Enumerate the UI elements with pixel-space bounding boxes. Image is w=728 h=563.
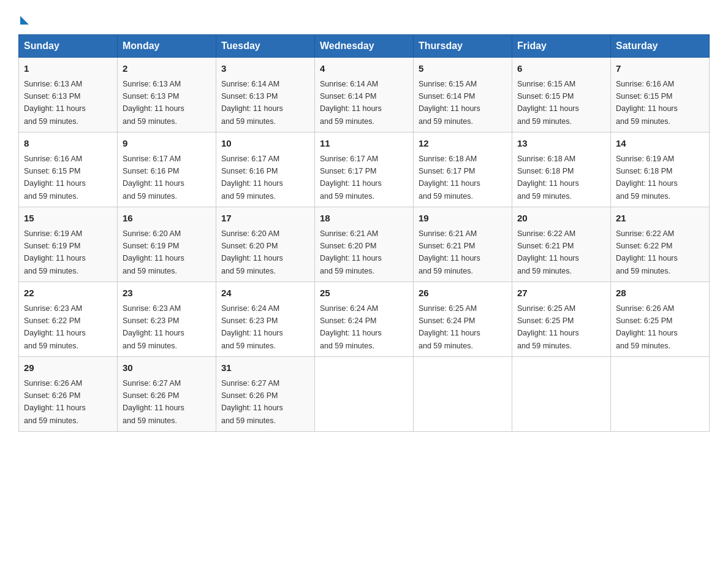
day-info: Sunrise: 6:17 AMSunset: 6:16 PMDaylight:… bbox=[221, 155, 283, 201]
logo bbox=[18, 12, 29, 23]
calendar-week-row: 15 Sunrise: 6:19 AMSunset: 6:19 PMDaylig… bbox=[19, 207, 710, 282]
day-info: Sunrise: 6:14 AMSunset: 6:14 PMDaylight:… bbox=[320, 80, 382, 126]
calendar-cell: 11 Sunrise: 6:17 AMSunset: 6:17 PMDaylig… bbox=[315, 132, 414, 207]
calendar-week-row: 22 Sunrise: 6:23 AMSunset: 6:22 PMDaylig… bbox=[19, 282, 710, 357]
day-info: Sunrise: 6:17 AMSunset: 6:16 PMDaylight:… bbox=[123, 155, 184, 201]
calendar-cell: 12 Sunrise: 6:18 AMSunset: 6:17 PMDaylig… bbox=[414, 132, 512, 207]
calendar-cell bbox=[611, 357, 710, 432]
day-info: Sunrise: 6:20 AMSunset: 6:20 PMDaylight:… bbox=[221, 229, 283, 275]
calendar-cell: 21 Sunrise: 6:22 AMSunset: 6:22 PMDaylig… bbox=[611, 207, 710, 282]
calendar-cell: 16 Sunrise: 6:20 AMSunset: 6:19 PMDaylig… bbox=[118, 207, 216, 282]
day-number: 6 bbox=[517, 62, 605, 76]
day-number: 29 bbox=[24, 361, 112, 375]
day-number: 30 bbox=[123, 361, 211, 375]
day-info: Sunrise: 6:23 AMSunset: 6:23 PMDaylight:… bbox=[123, 304, 184, 350]
day-info: Sunrise: 6:17 AMSunset: 6:17 PMDaylight:… bbox=[320, 155, 382, 201]
calendar-cell: 29 Sunrise: 6:26 AMSunset: 6:26 PMDaylig… bbox=[19, 357, 118, 432]
day-number: 28 bbox=[616, 286, 704, 301]
calendar-cell: 24 Sunrise: 6:24 AMSunset: 6:23 PMDaylig… bbox=[216, 282, 315, 357]
calendar-cell: 22 Sunrise: 6:23 AMSunset: 6:22 PMDaylig… bbox=[19, 282, 118, 357]
day-number: 14 bbox=[616, 137, 704, 151]
logo-triangle-icon bbox=[20, 16, 29, 25]
day-number: 17 bbox=[221, 212, 309, 226]
calendar-cell: 10 Sunrise: 6:17 AMSunset: 6:16 PMDaylig… bbox=[216, 132, 315, 207]
calendar-header-thursday: Thursday bbox=[414, 35, 512, 58]
day-number: 24 bbox=[221, 286, 309, 301]
day-info: Sunrise: 6:24 AMSunset: 6:23 PMDaylight:… bbox=[221, 304, 283, 350]
day-info: Sunrise: 6:16 AMSunset: 6:15 PMDaylight:… bbox=[616, 80, 678, 126]
calendar-header-saturday: Saturday bbox=[611, 35, 710, 58]
day-info: Sunrise: 6:18 AMSunset: 6:18 PMDaylight:… bbox=[517, 155, 579, 201]
day-number: 8 bbox=[24, 137, 112, 151]
calendar-header-monday: Monday bbox=[118, 35, 216, 58]
day-number: 21 bbox=[616, 212, 704, 226]
day-number: 26 bbox=[419, 286, 507, 301]
calendar-cell: 20 Sunrise: 6:22 AMSunset: 6:21 PMDaylig… bbox=[512, 207, 611, 282]
calendar-table: SundayMondayTuesdayWednesdayThursdayFrid… bbox=[18, 34, 710, 432]
day-number: 13 bbox=[517, 137, 605, 151]
calendar-header-tuesday: Tuesday bbox=[216, 35, 315, 58]
day-number: 2 bbox=[123, 62, 211, 76]
day-number: 23 bbox=[123, 286, 211, 301]
calendar-cell: 31 Sunrise: 6:27 AMSunset: 6:26 PMDaylig… bbox=[216, 357, 315, 432]
day-number: 9 bbox=[123, 137, 211, 151]
calendar-cell: 17 Sunrise: 6:20 AMSunset: 6:20 PMDaylig… bbox=[216, 207, 315, 282]
calendar-week-row: 1 Sunrise: 6:13 AMSunset: 6:13 PMDayligh… bbox=[19, 58, 710, 132]
day-info: Sunrise: 6:23 AMSunset: 6:22 PMDaylight:… bbox=[24, 304, 86, 350]
day-info: Sunrise: 6:16 AMSunset: 6:15 PMDaylight:… bbox=[24, 155, 86, 201]
day-info: Sunrise: 6:15 AMSunset: 6:15 PMDaylight:… bbox=[517, 80, 579, 126]
calendar-cell: 28 Sunrise: 6:26 AMSunset: 6:25 PMDaylig… bbox=[611, 282, 710, 357]
day-number: 19 bbox=[419, 212, 507, 226]
day-info: Sunrise: 6:13 AMSunset: 6:13 PMDaylight:… bbox=[123, 80, 184, 126]
calendar-cell: 2 Sunrise: 6:13 AMSunset: 6:13 PMDayligh… bbox=[118, 58, 216, 132]
day-number: 5 bbox=[419, 62, 507, 76]
day-number: 22 bbox=[24, 286, 112, 301]
calendar-cell: 4 Sunrise: 6:14 AMSunset: 6:14 PMDayligh… bbox=[315, 58, 414, 132]
day-info: Sunrise: 6:22 AMSunset: 6:21 PMDaylight:… bbox=[517, 229, 579, 275]
day-info: Sunrise: 6:13 AMSunset: 6:13 PMDaylight:… bbox=[24, 80, 86, 126]
calendar-header-row: SundayMondayTuesdayWednesdayThursdayFrid… bbox=[19, 35, 710, 58]
calendar-week-row: 8 Sunrise: 6:16 AMSunset: 6:15 PMDayligh… bbox=[19, 132, 710, 207]
day-info: Sunrise: 6:21 AMSunset: 6:21 PMDaylight:… bbox=[419, 229, 480, 275]
day-number: 20 bbox=[517, 212, 605, 226]
calendar-cell: 8 Sunrise: 6:16 AMSunset: 6:15 PMDayligh… bbox=[19, 132, 118, 207]
day-info: Sunrise: 6:24 AMSunset: 6:24 PMDaylight:… bbox=[320, 304, 382, 350]
calendar-cell: 15 Sunrise: 6:19 AMSunset: 6:19 PMDaylig… bbox=[19, 207, 118, 282]
day-info: Sunrise: 6:19 AMSunset: 6:18 PMDaylight:… bbox=[616, 155, 678, 201]
day-number: 7 bbox=[616, 62, 704, 76]
day-number: 10 bbox=[221, 137, 309, 151]
page-header bbox=[18, 12, 710, 23]
day-number: 15 bbox=[24, 212, 112, 226]
day-info: Sunrise: 6:26 AMSunset: 6:26 PMDaylight:… bbox=[24, 379, 86, 425]
calendar-header-sunday: Sunday bbox=[19, 35, 118, 58]
calendar-cell: 14 Sunrise: 6:19 AMSunset: 6:18 PMDaylig… bbox=[611, 132, 710, 207]
calendar-cell: 5 Sunrise: 6:15 AMSunset: 6:14 PMDayligh… bbox=[414, 58, 512, 132]
calendar-cell: 9 Sunrise: 6:17 AMSunset: 6:16 PMDayligh… bbox=[118, 132, 216, 207]
day-number: 1 bbox=[24, 62, 112, 76]
day-info: Sunrise: 6:25 AMSunset: 6:24 PMDaylight:… bbox=[419, 304, 480, 350]
day-info: Sunrise: 6:14 AMSunset: 6:13 PMDaylight:… bbox=[221, 80, 283, 126]
calendar-cell: 26 Sunrise: 6:25 AMSunset: 6:24 PMDaylig… bbox=[414, 282, 512, 357]
day-info: Sunrise: 6:20 AMSunset: 6:19 PMDaylight:… bbox=[123, 229, 184, 275]
calendar-cell: 3 Sunrise: 6:14 AMSunset: 6:13 PMDayligh… bbox=[216, 58, 315, 132]
calendar-cell: 30 Sunrise: 6:27 AMSunset: 6:26 PMDaylig… bbox=[118, 357, 216, 432]
day-info: Sunrise: 6:27 AMSunset: 6:26 PMDaylight:… bbox=[221, 379, 283, 425]
calendar-cell: 19 Sunrise: 6:21 AMSunset: 6:21 PMDaylig… bbox=[414, 207, 512, 282]
day-info: Sunrise: 6:18 AMSunset: 6:17 PMDaylight:… bbox=[419, 155, 480, 201]
calendar-cell: 27 Sunrise: 6:25 AMSunset: 6:25 PMDaylig… bbox=[512, 282, 611, 357]
day-number: 11 bbox=[320, 137, 408, 151]
day-info: Sunrise: 6:26 AMSunset: 6:25 PMDaylight:… bbox=[616, 304, 678, 350]
day-number: 16 bbox=[123, 212, 211, 226]
calendar-cell: 18 Sunrise: 6:21 AMSunset: 6:20 PMDaylig… bbox=[315, 207, 414, 282]
calendar-header-friday: Friday bbox=[512, 35, 611, 58]
calendar-cell bbox=[512, 357, 611, 432]
day-number: 27 bbox=[517, 286, 605, 301]
day-number: 31 bbox=[221, 361, 309, 375]
calendar-cell: 6 Sunrise: 6:15 AMSunset: 6:15 PMDayligh… bbox=[512, 58, 611, 132]
calendar-cell bbox=[414, 357, 512, 432]
day-number: 3 bbox=[221, 62, 309, 76]
calendar-header-wednesday: Wednesday bbox=[315, 35, 414, 58]
day-number: 12 bbox=[419, 137, 507, 151]
day-number: 25 bbox=[320, 286, 408, 301]
calendar-cell bbox=[315, 357, 414, 432]
